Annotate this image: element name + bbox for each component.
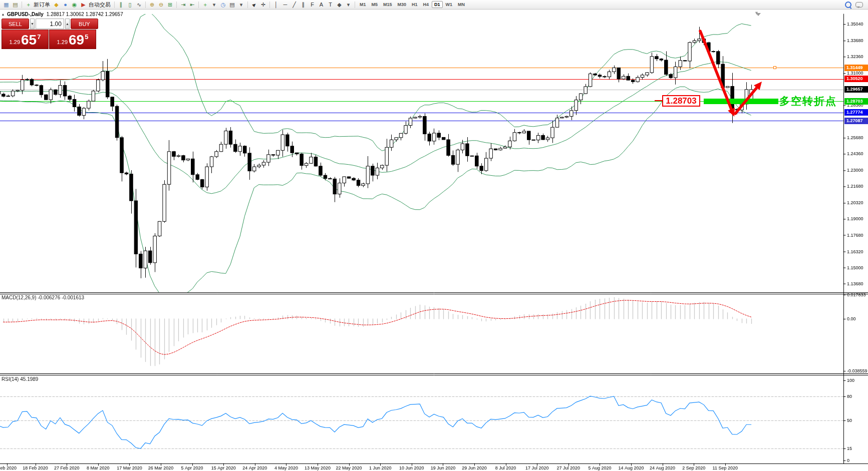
price-badge-1.27087: 1.27087: [844, 118, 868, 124]
cursor-icon[interactable]: ►: [250, 1, 258, 9]
tile-windows-icon[interactable]: ⊞: [166, 1, 174, 9]
autotrading-icon[interactable]: ▶: [79, 1, 88, 9]
one-click-trade-panel: SELL ▼ ▲ BUY 1.29 65 7 1.29 69 5: [2, 19, 97, 49]
sell-price-box[interactable]: 1.29 65 7: [2, 30, 49, 49]
buy-price-box[interactable]: 1.29 69 5: [49, 30, 96, 49]
sell-price-sup: 7: [37, 33, 41, 41]
buy-button[interactable]: BUY: [71, 19, 98, 29]
chart-shift-marker[interactable]: ▼: [754, 11, 759, 16]
templates-icon[interactable]: ▤: [228, 1, 236, 9]
toolbar: ▦▤＋新订单◆●◉▶自动交易∥▯∿⊕⊖⊞⇥⇤＋▾◷▤▾►✛│─╱∥FAT◆▾ M…: [0, 0, 868, 10]
rsi-label: RSI(14) 45.1989: [2, 376, 38, 382]
callout-dash: [655, 100, 662, 101]
toolbar-separator: [145, 2, 146, 8]
ohlc-values: 1.28817 1.30062 1.28742 1.29657: [47, 12, 123, 17]
fibonacci-icon[interactable]: F: [308, 1, 317, 9]
timeframe-d1[interactable]: D1: [432, 1, 443, 8]
toolbar-separator: [198, 2, 199, 8]
timeframe-mn[interactable]: MN: [455, 1, 467, 8]
window-icon[interactable]: ▦: [2, 1, 11, 9]
sell-button[interactable]: SELL: [2, 19, 29, 29]
templates-caret-icon[interactable]: ▾: [237, 1, 245, 9]
symbol-ohlc-bar: ▴ GBPUSD-,Daily 1.28817 1.30062 1.28742 …: [2, 12, 123, 17]
timeframe-h4[interactable]: H4: [421, 1, 432, 8]
signals-icon[interactable]: ◉: [70, 1, 79, 9]
bar-chart-icon[interactable]: ∥: [117, 1, 125, 9]
buy-price-big: 69: [69, 34, 84, 47]
crosshair-icon[interactable]: ✛: [259, 1, 267, 9]
zoom-in-icon[interactable]: ⊕: [148, 1, 156, 9]
autoscroll-icon[interactable]: ⇥: [179, 1, 187, 9]
buy-price-sup: 5: [85, 33, 88, 41]
price-callout-box[interactable]: 1.28703: [662, 95, 700, 107]
label-icon[interactable]: T: [326, 1, 335, 9]
zoom-out-icon[interactable]: ⊖: [157, 1, 165, 9]
shapes-caret-icon[interactable]: ▾: [344, 1, 353, 9]
new-order-label[interactable]: 新订单: [34, 1, 50, 9]
timeframe-h1[interactable]: H1: [409, 1, 420, 8]
timeframe-m5[interactable]: M5: [369, 1, 381, 8]
chat-icon[interactable]: [855, 2, 863, 8]
chart-profile-icon[interactable]: ▤: [11, 1, 20, 9]
volume-input[interactable]: [36, 19, 64, 29]
volume-increase-button[interactable]: ▲: [65, 19, 70, 29]
text-icon[interactable]: A: [317, 1, 326, 9]
autotrading-label[interactable]: 自动交易: [89, 1, 111, 9]
toolbar-separator: [269, 2, 270, 8]
horizontal-line-icon[interactable]: ─: [281, 1, 290, 9]
timeframe-w1[interactable]: W1: [443, 1, 455, 8]
buy-price-prefix: 1.29: [57, 39, 68, 45]
mt4-window: ▦▤＋新订单◆●◉▶自动交易∥▯∿⊕⊖⊞⇥⇤＋▾◷▤▾►✛│─╱∥FAT◆▾ M…: [0, 0, 868, 471]
chart-shift-icon[interactable]: ⇤: [188, 1, 196, 9]
toolbar-separator: [22, 2, 22, 8]
sell-price-big: 65: [21, 34, 37, 47]
timeframe-m15[interactable]: M15: [381, 1, 395, 8]
volume-decrease-button[interactable]: ▼: [30, 19, 35, 29]
indicators-icon[interactable]: ＋: [201, 1, 209, 9]
timeframe-m30[interactable]: M30: [395, 1, 409, 8]
new-order-icon[interactable]: ＋: [24, 1, 33, 9]
candle-mini-icon: ▴: [2, 12, 4, 17]
turning-point-text[interactable]: 多空转折点: [779, 94, 837, 108]
macd-label: MACD(12,26,9) -0.006276 -0.001613: [2, 295, 84, 300]
price-badge-1.27774: 1.27774: [844, 109, 868, 116]
community-icon[interactable]: ●: [61, 1, 70, 9]
toolbar-separator: [247, 2, 248, 8]
candle-chart-icon[interactable]: ▯: [126, 1, 134, 9]
chart-canvas[interactable]: [0, 10, 868, 471]
price-badge-1.29657: 1.29657: [844, 86, 868, 93]
toolbar-separator: [114, 2, 115, 8]
line-chart-icon[interactable]: ∿: [135, 1, 143, 9]
trendline-icon[interactable]: ╱: [290, 1, 299, 9]
price-badge-1.31449: 1.31449: [844, 65, 868, 71]
periods-icon[interactable]: ◷: [219, 1, 227, 9]
metaeditor-icon[interactable]: ◆: [52, 1, 61, 9]
channel-icon[interactable]: ∥: [299, 1, 308, 9]
vertical-line-icon[interactable]: │: [272, 1, 280, 9]
price-badge-1.28703: 1.28703: [844, 98, 868, 105]
price-badge-1.30520: 1.30520: [844, 76, 868, 82]
search-icon[interactable]: [845, 2, 851, 8]
indicators-caret-icon[interactable]: ▾: [210, 1, 218, 9]
toolbar-separator: [355, 2, 355, 8]
timeframe-m1[interactable]: M1: [357, 1, 369, 8]
shapes-icon[interactable]: ◆: [335, 1, 344, 9]
toolbar-separator: [176, 2, 177, 8]
symbol-name: GBPUSD-,Daily: [7, 12, 44, 17]
sell-price-prefix: 1.29: [10, 39, 20, 45]
